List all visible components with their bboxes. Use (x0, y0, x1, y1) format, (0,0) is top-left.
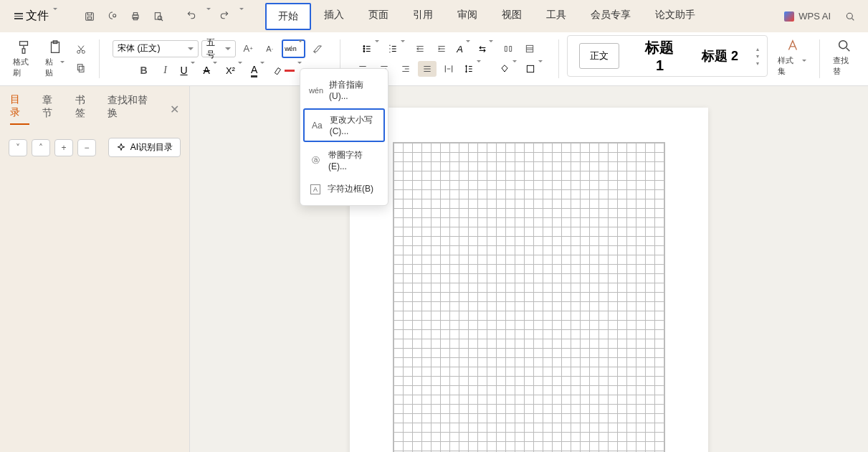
underline-button[interactable]: U (177, 62, 197, 79)
svg-point-19 (363, 51, 365, 52)
wps-ai-label: WPS AI (798, 11, 831, 22)
align-right-button[interactable] (396, 61, 415, 77)
clear-format-button[interactable] (308, 41, 327, 57)
document-area (190, 86, 868, 452)
char-border-icon: A (310, 184, 320, 194)
svg-rect-20 (526, 45, 533, 52)
change-case-icon: Aa (312, 120, 323, 131)
tab-page[interactable]: 页面 (357, 3, 400, 30)
format-painter-button[interactable]: 格式刷 (9, 37, 38, 81)
nav-close-button[interactable]: ✕ (170, 103, 179, 116)
bullet-list-button[interactable] (359, 41, 382, 57)
wps-ai-button[interactable]: WPS AI (784, 11, 831, 22)
print-quick-icon[interactable] (103, 7, 122, 26)
paragraph-border-button[interactable] (499, 41, 518, 57)
print-icon[interactable] (126, 7, 145, 26)
style-normal[interactable]: 正文 (573, 39, 625, 73)
text-effects-button[interactable]: A (454, 41, 473, 57)
tab-view[interactable]: 视图 (490, 3, 533, 30)
svg-rect-21 (527, 65, 533, 72)
style-set-button[interactable]: 样式集 (773, 35, 811, 83)
phonetic-guide-button[interactable]: wén (282, 39, 305, 58)
nav-tabs: 目录 章节 书签 查找和替换 ✕ (0, 86, 189, 132)
svg-point-17 (363, 46, 365, 47)
ribbon-tabs: 开始 插入 页面 引用 审阅 视图 工具 会员专享 论文助手 (265, 3, 707, 30)
distribute-button[interactable] (439, 61, 458, 77)
dropdown-item-char-border[interactable]: A 字符边框(B) (300, 177, 388, 201)
line-spacing-button[interactable] (461, 61, 484, 77)
undo-button[interactable] (182, 7, 201, 26)
style-heading2[interactable]: 标题 2 (694, 43, 745, 69)
nav-tab-bookmarks[interactable]: 书签 (75, 94, 95, 124)
file-menu[interactable]: 文件 (9, 6, 63, 27)
superscript-button[interactable]: X² (223, 62, 245, 79)
redo-dropdown[interactable] (238, 10, 244, 23)
svg-rect-16 (78, 65, 83, 70)
tab-references[interactable]: 引用 (401, 3, 444, 30)
decrease-font-button[interactable]: A- (260, 41, 279, 57)
redo-button[interactable] (215, 7, 234, 26)
ribbon: 格式刷 粘贴 宋体 (正文) 五号 A+ A- wén B I (0, 32, 868, 86)
nav-add-button[interactable]: + (54, 139, 73, 156)
find-replace-button[interactable]: 查找替 (829, 35, 859, 83)
increase-font-button[interactable]: A+ (239, 41, 257, 57)
tab-tools[interactable]: 工具 (535, 3, 578, 30)
print-preview-icon[interactable] (149, 7, 168, 26)
chevron-down-icon (297, 42, 302, 55)
nav-remove-button[interactable]: − (77, 139, 96, 156)
font-size-select[interactable]: 五号 (201, 40, 236, 57)
style-heading1[interactable]: 标题 1 (634, 34, 685, 78)
ai-toc-button[interactable]: AI识别目录 (108, 138, 181, 157)
file-menu-label: 文件 (26, 9, 49, 24)
save-icon[interactable] (80, 7, 99, 26)
tab-review[interactable]: 审阅 (446, 3, 489, 30)
nav-toolbar: ˅ ˄ + − AI识别目录 (0, 132, 189, 163)
dropdown-item-change-case[interactable]: Aa 更改大小写(C)... (303, 108, 385, 142)
increase-indent-button[interactable] (432, 41, 451, 57)
font-name-select[interactable]: 宋体 (正文) (113, 40, 199, 57)
tab-home[interactable]: 开始 (265, 3, 311, 30)
nav-expand-button[interactable]: ˅ (9, 139, 27, 156)
svg-rect-15 (80, 66, 85, 72)
font-color-button[interactable]: A (248, 62, 267, 79)
copy-button[interactable] (72, 60, 90, 76)
tab-insert[interactable]: 插入 (313, 3, 356, 30)
svg-point-22 (839, 41, 846, 49)
borders-button[interactable] (523, 61, 545, 77)
paste-button[interactable]: 粘贴 (41, 37, 69, 81)
number-list-button[interactable] (385, 41, 408, 57)
hamburger-icon (14, 13, 23, 19)
dropdown-item-pinyin[interactable]: wén 拼音指南(U)... (300, 73, 388, 107)
phonetic-dropdown-menu: wén 拼音指南(U)... Aa 更改大小写(C)... ⓐ 带圈字符(E).… (300, 68, 388, 206)
enclose-char-icon: ⓐ (310, 155, 321, 166)
svg-point-8 (846, 13, 852, 19)
gallery-scroll[interactable]: ▴▾▾ (754, 46, 761, 66)
nav-tab-find[interactable]: 查找和替换 (108, 94, 157, 124)
asian-layout-button[interactable]: ⇆ (476, 41, 496, 57)
nav-collapse-button[interactable]: ˄ (32, 139, 50, 156)
cut-button[interactable] (72, 42, 90, 57)
nav-tab-chapters[interactable]: 章节 (42, 94, 62, 124)
tab-paper-helper[interactable]: 论文助手 (644, 3, 707, 30)
manuscript-grid (393, 142, 665, 452)
pinyin-icon: wén (310, 85, 322, 96)
wps-ai-logo-icon (784, 11, 794, 22)
decrease-indent-button[interactable] (411, 41, 429, 57)
nav-tab-toc[interactable]: 目录 (10, 93, 29, 125)
chevron-down-icon (59, 63, 65, 72)
document-page[interactable] (350, 108, 708, 452)
align-justify-button[interactable] (418, 61, 437, 77)
bold-button[interactable]: B (134, 62, 153, 78)
search-icon[interactable] (841, 7, 859, 26)
title-bar: 文件 开始 插入 页面 引用 审阅 视图 工具 会员专享 论文助手 WPS AI (0, 0, 868, 32)
tab-member[interactable]: 会员专享 (579, 3, 642, 30)
dropdown-item-enclose[interactable]: ⓐ 带圈字符(E)... (300, 143, 388, 177)
paragraph-settings-button[interactable] (520, 41, 539, 57)
svg-rect-10 (22, 49, 25, 53)
undo-dropdown[interactable] (205, 10, 211, 23)
font-group: 宋体 (正文) 五号 A+ A- wén B I U A X² A (108, 35, 331, 83)
svg-rect-9 (19, 42, 27, 46)
italic-button[interactable]: I (156, 62, 174, 78)
shading-button[interactable] (497, 61, 520, 77)
strikethrough-button[interactable]: A (201, 62, 220, 79)
